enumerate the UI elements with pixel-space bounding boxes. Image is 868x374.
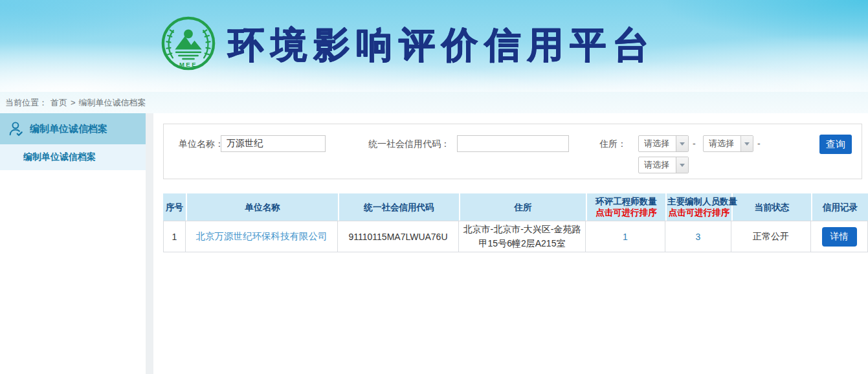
- unit-name-input[interactable]: [221, 135, 326, 152]
- unit-name-label: 单位名称：: [179, 135, 224, 152]
- main-panel: 单位名称： 统一社会信用代码： 住所： 请选择 - 请选择 - 请选择 查询: [153, 113, 868, 374]
- province-select[interactable]: 请选择: [638, 135, 689, 152]
- district-select[interactable]: 请选择: [638, 157, 689, 173]
- col-header-status: 当前状态: [731, 193, 811, 221]
- user-check-icon: [8, 120, 25, 137]
- province-select-value: 请选择: [644, 136, 669, 151]
- city-select[interactable]: 请选择: [703, 135, 753, 152]
- chevron-down-icon[interactable]: [740, 136, 753, 151]
- unit-name-link[interactable]: 北京万源世纪环保科技有限公司: [196, 231, 328, 241]
- sidebar: 编制单位诚信档案 编制单位诚信档案: [0, 113, 146, 374]
- site-header: MEE 环境影响评价信用平台: [0, 0, 868, 92]
- credit-code-label: 统一社会信用代码：: [368, 135, 450, 152]
- cell-credit-code: 91110115MA7LWUA76U: [338, 221, 459, 252]
- mee-logo-icon: MEE: [161, 16, 216, 71]
- table-header-row: 序号 单位名称 统一社会信用代码 住所 环评工程师数量 点击可进行排序 主要编制…: [163, 193, 868, 221]
- sort-hint: 点击可进行排序: [667, 207, 731, 218]
- sidebar-divider: [146, 113, 153, 374]
- sidebar-subitem-unit-credit-archive[interactable]: 编制单位诚信档案: [0, 144, 146, 170]
- breadcrumb-home-link[interactable]: 首页: [50, 97, 67, 109]
- staff-count-link[interactable]: 3: [696, 232, 701, 242]
- sort-hint: 点击可进行排序: [588, 207, 665, 218]
- table-row: 1 北京万源世纪环保科技有限公司 91110115MA7LWUA76U 北京市-…: [163, 221, 868, 252]
- chevron-down-icon[interactable]: [676, 157, 688, 173]
- search-panel: 单位名称： 统一社会信用代码： 住所： 请选择 - 请选择 - 请选择 查询: [163, 124, 862, 179]
- chevron-down-icon[interactable]: [676, 136, 688, 151]
- breadcrumb-current: 编制单位诚信档案: [79, 97, 146, 109]
- breadcrumb-label: 当前位置：: [5, 97, 47, 109]
- address-dash: -: [757, 135, 761, 152]
- cell-seq: 1: [163, 221, 186, 252]
- col-header-staff-count-sortable[interactable]: 主要编制人员数量 点击可进行排序: [665, 193, 731, 221]
- city-select-value: 请选择: [709, 136, 734, 151]
- credit-code-input[interactable]: [457, 135, 569, 152]
- sidebar-item-unit-credit-archive[interactable]: 编制单位诚信档案: [0, 113, 146, 144]
- col-header-unit-name: 单位名称: [186, 193, 338, 221]
- breadcrumb: 当前位置： 首页 > 编制单位诚信档案: [0, 92, 868, 113]
- detail-button[interactable]: 详情: [822, 227, 857, 247]
- cell-address: 北京市-北京市-大兴区-金苑路甲15号6幢2层A215室: [459, 221, 586, 252]
- breadcrumb-separator: >: [71, 98, 76, 107]
- col-header-credit-record: 信用记录: [811, 193, 868, 221]
- results-table: 序号 单位名称 统一社会信用代码 住所 环评工程师数量 点击可进行排序 主要编制…: [163, 193, 868, 252]
- col-header-address: 住所: [459, 193, 586, 221]
- cell-status: 正常公开: [731, 221, 811, 252]
- sidebar-subitem-label: 编制单位诚信档案: [23, 151, 96, 163]
- address-label: 住所：: [599, 135, 627, 152]
- district-select-value: 请选择: [644, 157, 669, 173]
- col-header-seq: 序号: [163, 193, 186, 221]
- col-header-engineer-count-sortable[interactable]: 环评工程师数量 点击可进行排序: [586, 193, 665, 221]
- content-area: 编制单位诚信档案 编制单位诚信档案 单位名称： 统一社会信用代码： 住所： 请选…: [0, 113, 868, 374]
- query-button[interactable]: 查询: [819, 135, 852, 154]
- engineer-count-link[interactable]: 1: [623, 232, 628, 242]
- svg-text:MEE: MEE: [179, 61, 197, 68]
- col-header-credit-code: 统一社会信用代码: [338, 193, 459, 221]
- sidebar-item-label: 编制单位诚信档案: [30, 123, 107, 135]
- address-dash: -: [693, 135, 696, 152]
- site-title: 环境影响评价信用平台: [228, 23, 655, 66]
